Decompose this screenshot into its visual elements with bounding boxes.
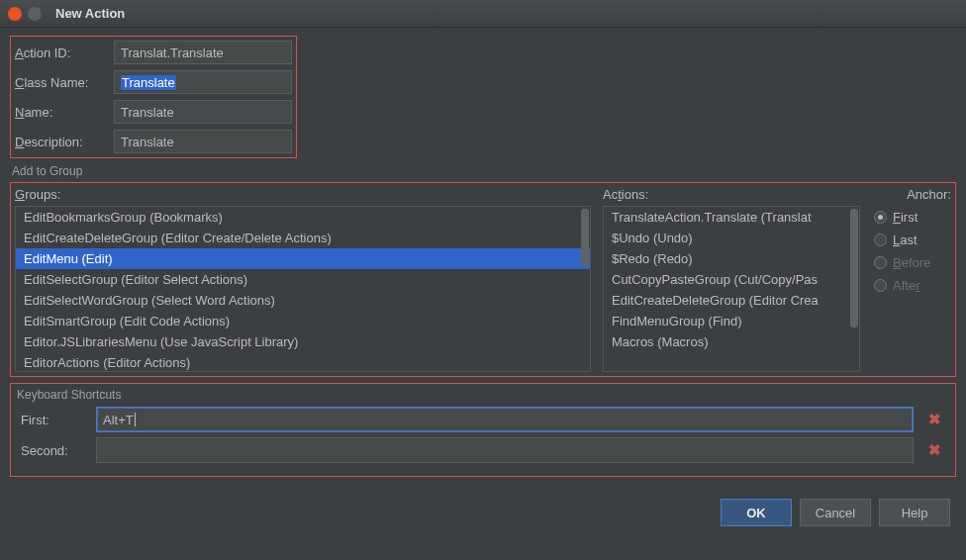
description-field[interactable] xyxy=(114,130,292,153)
list-item[interactable]: EditorActions (Editor Actions) xyxy=(16,352,590,372)
groups-label: Groups: xyxy=(15,187,591,202)
keyboard-shortcuts-legend: Keyboard Shortcuts xyxy=(17,388,949,402)
list-item[interactable]: EditSelectGroup (Editor Select Actions) xyxy=(16,269,590,290)
cancel-button[interactable]: Cancel xyxy=(800,499,871,526)
list-item[interactable]: TranslateAction.Translate (Translat xyxy=(604,207,859,228)
dialog-buttons: OK Cancel Help xyxy=(10,483,956,532)
class-name-field[interactable]: Translate xyxy=(114,70,292,94)
clear-second-icon[interactable]: ✖ xyxy=(923,441,945,459)
form-section: Action ID: Class Name: Translate Name: D… xyxy=(10,36,297,158)
action-id-field[interactable] xyxy=(114,41,292,64)
name-label: Name: xyxy=(15,105,104,120)
help-button[interactable]: Help xyxy=(879,499,950,526)
list-item[interactable]: FindMenuGroup (Find) xyxy=(604,311,859,331)
radio-label: After xyxy=(893,278,919,293)
scrollbar-thumb[interactable] xyxy=(850,209,858,327)
radio-icon xyxy=(874,279,887,292)
actions-column: Actions: TranslateAction.Translate (Tran… xyxy=(603,187,860,372)
groups-column: Groups: EditBookmarksGroup (Bookmarks)Ed… xyxy=(15,187,591,372)
first-shortcut-field[interactable]: Alt+T xyxy=(96,407,914,432)
window-title: New Action xyxy=(55,6,125,21)
titlebar: New Action xyxy=(0,0,966,28)
ok-button[interactable]: OK xyxy=(721,499,792,526)
radio-label: Before xyxy=(893,255,930,270)
list-item[interactable]: EditSelectWordGroup (Select Word Actions… xyxy=(16,290,590,311)
add-to-group-section: Groups: EditBookmarksGroup (Bookmarks)Ed… xyxy=(10,182,956,377)
actions-label: Actions: xyxy=(603,187,860,202)
list-item[interactable]: $Redo (Redo) xyxy=(604,248,859,269)
list-item[interactable]: CutCopyPasteGroup (Cut/Copy/Pas xyxy=(604,269,859,290)
list-item[interactable]: EditMenu (Edit) xyxy=(16,248,590,269)
list-item[interactable]: $Undo (Undo) xyxy=(604,228,859,248)
list-item[interactable]: EditSmartGroup (Edit Code Actions) xyxy=(16,311,590,331)
dialog-content: Action ID: Class Name: Translate Name: D… xyxy=(0,28,966,542)
second-shortcut-field[interactable] xyxy=(96,437,914,463)
radio-label: First xyxy=(893,210,918,225)
anchor-option[interactable]: Last xyxy=(872,229,951,251)
anchor-option[interactable]: First xyxy=(872,206,951,229)
clear-first-icon[interactable]: ✖ xyxy=(923,411,945,428)
second-shortcut-label: Second: xyxy=(21,443,86,458)
actions-list[interactable]: TranslateAction.Translate (Translat$Undo… xyxy=(603,206,860,372)
action-id-label: Action ID: xyxy=(15,46,104,60)
list-item[interactable]: EditCreateDeleteGroup (Editor Create/Del… xyxy=(16,228,590,248)
name-field[interactable] xyxy=(114,100,292,124)
close-icon[interactable] xyxy=(8,7,22,21)
anchor-column: Anchor: FirstLastBeforeAfter xyxy=(872,187,951,372)
scrollbar-thumb[interactable] xyxy=(581,209,589,266)
list-item[interactable]: Macros (Macros) xyxy=(604,331,859,352)
keyboard-shortcuts-section: Keyboard Shortcuts First: Alt+T ✖ Second… xyxy=(10,383,956,477)
add-to-group-label: Add to Group xyxy=(12,164,956,178)
window-buttons xyxy=(8,7,42,21)
list-item[interactable]: Editor.JSLibrariesMenu (Use JavaScript L… xyxy=(16,331,590,352)
list-item[interactable]: EditBookmarksGroup (Bookmarks) xyxy=(16,207,590,228)
description-label: Description: xyxy=(15,135,104,149)
radio-icon[interactable] xyxy=(874,233,887,246)
first-shortcut-label: First: xyxy=(21,413,86,427)
minimize-icon[interactable] xyxy=(28,7,42,21)
anchor-option: After xyxy=(872,274,951,297)
class-name-label: Class Name: xyxy=(15,75,104,90)
anchor-label: Anchor: xyxy=(872,187,951,202)
anchor-option: Before xyxy=(872,251,951,274)
radio-icon[interactable] xyxy=(874,211,887,224)
radio-label: Last xyxy=(893,233,918,247)
groups-list[interactable]: EditBookmarksGroup (Bookmarks)EditCreate… xyxy=(15,206,591,372)
radio-icon xyxy=(874,256,887,269)
list-item[interactable]: EditCreateDeleteGroup (Editor Crea xyxy=(604,290,859,311)
